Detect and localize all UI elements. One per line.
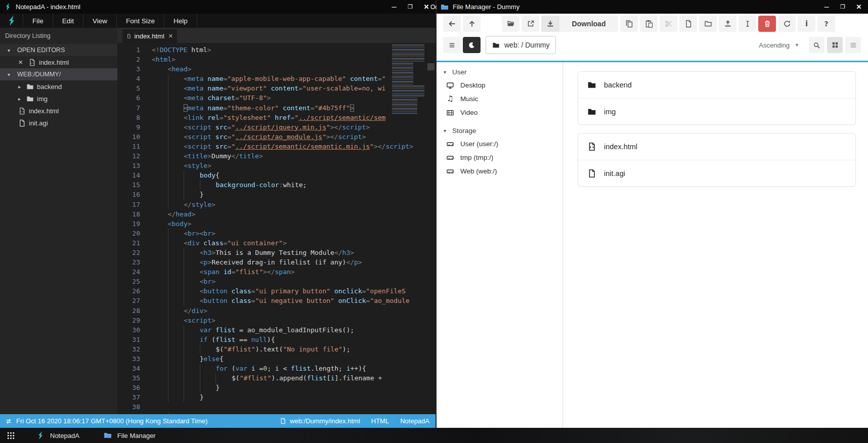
- tree-section-web-dummy-[interactable]: ▾WEB:/DUMMY/: [0, 68, 117, 80]
- tree-item-label: backend: [37, 83, 62, 91]
- menu-item-help[interactable]: Help: [164, 14, 197, 28]
- code-line: 21<div class="ui container">: [117, 238, 436, 248]
- menu-item-edit[interactable]: Edit: [53, 14, 83, 28]
- refresh-icon: [783, 20, 791, 28]
- code-line: 33}else{: [117, 354, 436, 364]
- rename-icon: [744, 20, 752, 28]
- dark-mode-button[interactable]: [463, 37, 481, 53]
- code-line: 8<link rel="stylesheet" href="../script/…: [117, 113, 436, 122]
- search-icon: [813, 41, 820, 49]
- new-folder-button[interactable]: [699, 16, 717, 32]
- close-icon[interactable]: ✕: [855, 3, 863, 11]
- code-line: 29<script>: [117, 316, 436, 325]
- path-bar[interactable]: web: / Dummy: [486, 36, 556, 54]
- menu-button[interactable]: [443, 37, 461, 53]
- upload-button[interactable]: [719, 16, 736, 32]
- sidebar-item-user-user-[interactable]: User (user:/): [437, 137, 562, 151]
- code-line: 35$("#flist").append(flist[i].filename +: [117, 373, 436, 383]
- tab-index-html[interactable]: index.html ✕: [122, 29, 177, 43]
- folder-open-icon: [507, 20, 515, 28]
- cut-button[interactable]: [660, 16, 677, 32]
- notepada-logo-icon: [7, 16, 17, 26]
- file-row-backend[interactable]: backend: [578, 72, 855, 98]
- tree-section-open-editors[interactable]: ▾OPEN EDITORS: [0, 44, 117, 56]
- status-clock: Fri Oct 16 2020 18:06:17 GMT+0800 (Hong …: [16, 417, 207, 425]
- taskbar: NotepadAFile Manager: [0, 428, 868, 443]
- menu-item-view[interactable]: View: [83, 14, 116, 28]
- open-external-icon: [527, 20, 535, 28]
- sidebar-item-music[interactable]: ♫Music: [437, 92, 562, 106]
- sidebar-item-tmp-tmp-[interactable]: tmp (tmp:/): [437, 151, 562, 164]
- code-line: 18</head>: [117, 209, 436, 219]
- close-icon[interactable]: ✕: [422, 3, 430, 11]
- new-file-button[interactable]: [679, 16, 697, 32]
- file-blank-icon: [18, 119, 26, 127]
- file-name: index.html: [604, 143, 637, 151]
- tree-item-init-agi[interactable]: init.agi: [0, 117, 117, 129]
- info-button[interactable]: i: [798, 16, 815, 32]
- tab-close-icon[interactable]: ✕: [168, 33, 173, 39]
- chevron-right-icon[interactable]: ▸: [18, 84, 23, 90]
- close-icon[interactable]: ✕: [18, 59, 25, 66]
- folder-open-button[interactable]: [502, 16, 519, 32]
- sidebar-item-label: Video: [460, 109, 478, 116]
- grid-view-button[interactable]: [827, 37, 843, 53]
- code-line: 3<head>: [117, 64, 436, 74]
- download-button[interactable]: Download: [541, 16, 618, 32]
- sort-order-dropdown[interactable]: Ascending ▼: [759, 41, 799, 49]
- code-line: 6<meta charset="UTF-8">: [117, 93, 436, 103]
- open-external-button[interactable]: [522, 16, 539, 32]
- status-language[interactable]: HTML: [371, 417, 389, 425]
- code-line: 24<span id="flist"></span>: [117, 267, 436, 277]
- rename-button[interactable]: [739, 16, 756, 32]
- paste-button[interactable]: [640, 16, 658, 32]
- list-view-button[interactable]: [845, 37, 861, 53]
- sidebar-section-storage[interactable]: ▾Storage: [437, 124, 562, 137]
- file-row-index-html[interactable]: index.html: [578, 134, 855, 160]
- sidebar-item-label: tmp (tmp:/): [460, 154, 493, 161]
- folder-tree-icon: [26, 95, 34, 103]
- search-button[interactable]: [809, 37, 824, 53]
- help-button[interactable]: ?: [817, 16, 835, 32]
- tree-item-index-html[interactable]: ✕index.html: [0, 56, 117, 68]
- back-arrow-button[interactable]: [443, 16, 461, 32]
- taskbar-app-file-manager[interactable]: File Manager: [104, 431, 156, 439]
- sidebar-section-user[interactable]: ▾User: [437, 65, 562, 78]
- file-row-img[interactable]: img: [578, 98, 855, 124]
- sidebar-item-video[interactable]: Video: [437, 106, 562, 119]
- current-path: web: / Dummy: [504, 41, 549, 49]
- taskbar-app-label: File Manager: [117, 432, 156, 439]
- minimize-icon[interactable]: ─: [390, 3, 398, 11]
- menu-item-file[interactable]: File: [23, 14, 53, 28]
- chevron-right-icon[interactable]: ▸: [18, 96, 23, 102]
- sidebar-item-web-web-[interactable]: Web (web:/): [437, 164, 562, 178]
- minimize-icon[interactable]: ─: [822, 3, 831, 11]
- tree-item-index-html[interactable]: index.html: [0, 105, 117, 117]
- copy-icon: [625, 20, 633, 28]
- file-row-init-agi[interactable]: init.agi: [578, 160, 855, 186]
- taskbar-app-notepada[interactable]: NotepadA: [36, 431, 79, 439]
- editor-scrollbar[interactable]: [427, 63, 435, 70]
- notepada-titlebar[interactable]: NotepadA - index.html ─ ❐ ✕: [0, 0, 436, 14]
- paste-icon: [645, 20, 653, 28]
- menu-item-font-size[interactable]: Font Size: [116, 14, 164, 28]
- chevron-down-icon: ▾: [8, 48, 13, 53]
- folder-blue-icon: [104, 431, 112, 439]
- moon-icon: [468, 41, 475, 49]
- refresh-button[interactable]: [778, 16, 796, 32]
- code-line: 34for (var i =0; i < flist.length; i++){: [117, 364, 436, 373]
- delete-button[interactable]: [758, 16, 776, 32]
- file-manager-titlebar[interactable]: File Manager - Dummy ─ ❐ ✕: [437, 0, 868, 14]
- app-launcher-icon[interactable]: [7, 431, 15, 440]
- tree-item-img[interactable]: ▸img: [0, 93, 117, 105]
- maximize-icon[interactable]: ❐: [406, 4, 414, 10]
- tree-item-backend[interactable]: ▸backend: [0, 80, 117, 93]
- sidebar-item-label: Music: [460, 95, 478, 103]
- sidebar-item-desktop[interactable]: Desktop: [437, 78, 562, 92]
- code-editor[interactable]: 1<!DOCTYPE html>2<html>3<head>4<meta nam…: [117, 43, 436, 414]
- music-note-icon: ♫: [446, 95, 454, 103]
- minimap[interactable]: [392, 45, 424, 114]
- maximize-icon[interactable]: ❐: [839, 4, 847, 10]
- up-arrow-button[interactable]: [463, 16, 481, 32]
- copy-button[interactable]: [620, 16, 638, 32]
